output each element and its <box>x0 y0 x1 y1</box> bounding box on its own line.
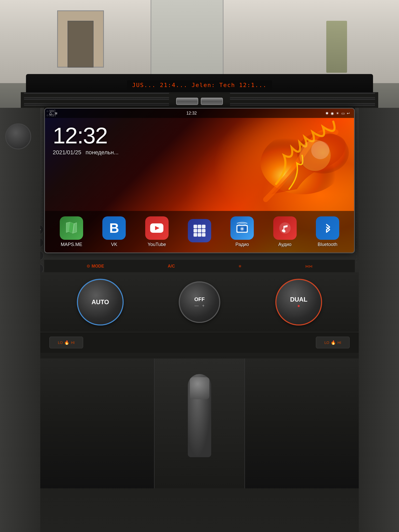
right-seat-btn[interactable]: LO 🔥 HI <box>316 337 350 348</box>
bluetooth-status-icon: ✱ <box>325 111 329 115</box>
brightness-status-icon: ☀ <box>336 111 339 115</box>
fan-knob[interactable]: OFF — + <box>179 281 220 323</box>
fan-sublabel: — + <box>194 303 205 308</box>
app-radio[interactable]: Радио <box>230 216 254 247</box>
fan-speed-knob[interactable]: OFF — + <box>179 281 220 323</box>
right-side-panel <box>359 108 399 532</box>
auto-knob[interactable]: AUTO <box>77 279 124 325</box>
svg-rect-11 <box>198 225 201 228</box>
mode-label: ⚙ MODE <box>87 264 104 269</box>
app-youtube[interactable]: YouTube <box>145 216 169 247</box>
audio-icon <box>273 216 297 240</box>
status-time: 12:32 <box>186 111 197 116</box>
youtube-icon <box>145 216 169 240</box>
clock-time: 12:32 <box>53 124 118 147</box>
svg-rect-17 <box>198 233 201 237</box>
left-seat-btn[interactable]: LO 🔥 HI <box>49 337 83 348</box>
svg-point-25 <box>283 230 285 232</box>
app-grid[interactable] <box>188 219 211 244</box>
clock-date: 2021/01/25 понедельн... <box>53 149 118 156</box>
android-screen: ⌂ ≋ 12:32 ✱ ◉ ☀ ▭ ↩ 12:32 2021/01/25 пон… <box>45 109 354 252</box>
svg-rect-18 <box>202 233 205 237</box>
bluetooth-label: Bluetooth <box>318 242 337 247</box>
app-maps[interactable]: MAPS.ME <box>60 216 83 247</box>
location-status-icon: ◉ <box>331 111 334 115</box>
svg-rect-15 <box>202 229 205 232</box>
volume-knob[interactable] <box>5 123 31 149</box>
svg-point-3 <box>311 141 329 159</box>
svg-rect-14 <box>198 229 201 232</box>
auto-knob-label: AUTO <box>91 298 109 306</box>
ac-label: A/C <box>168 264 175 269</box>
back-status-icon: ↩ <box>347 111 350 115</box>
temp-left-knob[interactable]: AUTO <box>77 279 124 325</box>
app-bluetooth[interactable]: Bluetooth <box>316 216 339 247</box>
maps-icon <box>60 216 83 240</box>
gear-knob <box>190 377 209 399</box>
vk-label: VK <box>111 242 117 247</box>
svg-rect-16 <box>194 233 197 237</box>
mic-label: ○ MIC <box>46 109 56 113</box>
bluetooth-icon <box>316 216 339 240</box>
svg-rect-12 <box>202 225 205 228</box>
battery-status-icon: ▭ <box>341 111 345 115</box>
center-tunnel <box>154 358 245 488</box>
day-value: понедельн... <box>85 149 118 156</box>
vent-button-right[interactable] <box>201 98 223 105</box>
defrost-icons: ⋈⋈ <box>305 264 312 268</box>
status-right: ✱ ◉ ☀ ▭ ↩ <box>325 111 350 115</box>
svg-point-22 <box>241 228 243 230</box>
rst-label: ○ RST <box>46 113 56 117</box>
seat-heat-right-icon: 🔥 <box>331 340 336 345</box>
headunit: ○ MIC ○ RST <box>44 108 355 253</box>
svg-rect-13 <box>194 229 197 232</box>
date-value: 2021/01/25 <box>53 149 81 156</box>
dual-label: DUAL <box>290 296 308 303</box>
temp-right-knob[interactable]: DUAL ● <box>275 279 322 325</box>
app-vk[interactable]: В VK <box>102 216 126 247</box>
window-area <box>0 0 399 83</box>
youtube-label: YouTube <box>148 242 166 247</box>
dual-indicator: ● <box>290 303 308 309</box>
audio-label: Аудио <box>278 242 291 247</box>
grid-icon <box>188 219 211 242</box>
center-vent-buttons <box>171 98 228 105</box>
climate-controls: LO 🔥 HI LO 🔥 HI <box>49 337 350 348</box>
climate-knobs: AUTO OFF — + DUAL ● <box>39 272 360 332</box>
seat-heat-left-icon: 🔥 <box>64 340 69 345</box>
app-audio[interactable]: Аудио <box>273 216 297 247</box>
vk-icon: В <box>102 216 126 240</box>
defrost-icon-center: ❄ <box>238 264 242 268</box>
led-display: JUS... 21:4... Jelen: Tech 12:1... <box>127 80 272 90</box>
gear-stick[interactable] <box>188 374 211 457</box>
lower-console <box>0 358 399 488</box>
vent-button-left[interactable] <box>176 98 198 105</box>
app-row: MAPS.ME В VK YouTube <box>45 211 354 252</box>
climate-bottom-row: LO 🔥 HI LO 🔥 HI <box>39 332 360 353</box>
status-bar: ⌂ ≋ 12:32 ✱ ◉ ☀ ▭ ↩ <box>45 109 354 118</box>
radio-label: Радио <box>235 242 249 247</box>
clock-display: 12:32 2021/01/25 понедельн... <box>53 124 118 156</box>
svg-rect-10 <box>194 225 197 228</box>
radio-icon <box>230 216 254 240</box>
left-side-panel <box>0 108 40 532</box>
fan-label: OFF <box>194 296 205 302</box>
maps-label: MAPS.ME <box>61 242 82 247</box>
climate-labels-row: ⚙ MODE A/C ❄ ⋈⋈ <box>44 260 355 273</box>
dragon-image <box>224 116 349 205</box>
dual-knob[interactable]: DUAL ● <box>275 279 322 325</box>
